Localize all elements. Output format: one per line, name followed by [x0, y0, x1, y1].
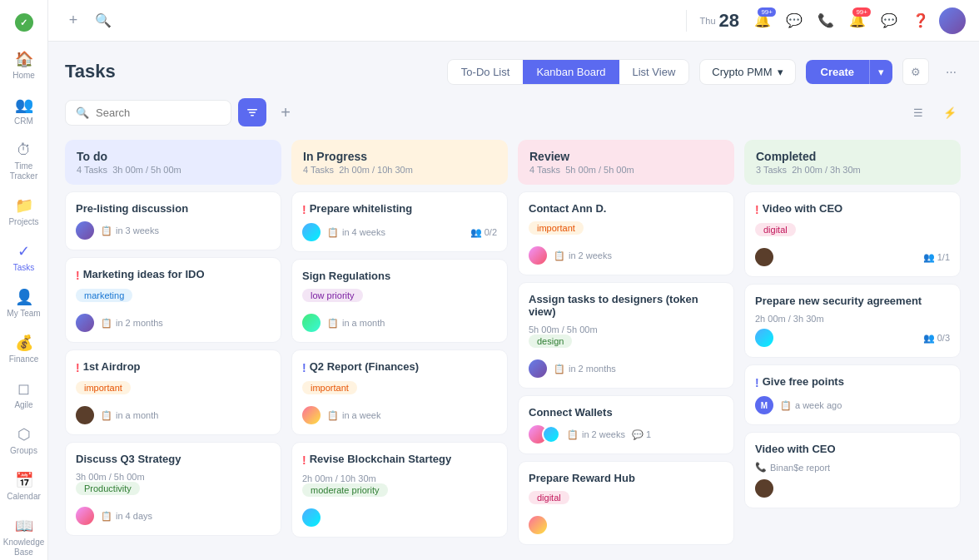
search-icon: 🔍: [76, 107, 89, 119]
card-marketing-ideas[interactable]: ! Marketing ideas for IDO marketing 📋 in…: [65, 257, 281, 343]
card-footer: 📋 in 3 weeks: [76, 221, 271, 240]
sidebar-item-agile[interactable]: ◻ Agile: [3, 373, 45, 417]
alerts-button[interactable]: 🔔 99+: [844, 7, 871, 34]
sidebar-item-label: My Team: [7, 309, 40, 319]
card-title: ! Prepare whitelisting: [302, 202, 497, 216]
column-review: Review 4 Tasks 5h 00m / 5h 00m Contact A…: [518, 140, 734, 550]
phone-button[interactable]: 📞: [813, 7, 839, 34]
tab-kanban-board[interactable]: Kanban Board: [523, 60, 619, 84]
calendar-icon: 📋: [327, 410, 339, 421]
project-selector[interactable]: Crypto PMM ▾: [699, 59, 795, 85]
card-whitelisting[interactable]: ! Prepare whitelisting 📋 in 4 weeks 👥: [291, 191, 508, 252]
sidebar-item-tasks[interactable]: ✓ Tasks: [3, 235, 45, 280]
sidebar-item-label: Time Tracker: [7, 161, 42, 181]
calendar-icon: 📋: [101, 410, 112, 421]
sidebar-item-groups[interactable]: ⬡ Groups: [3, 419, 45, 463]
calendar-icon: 📋: [101, 511, 112, 522]
tag: Productivity: [76, 482, 140, 495]
avatar: [529, 246, 547, 265]
card-footer: 📋 in 4 days: [76, 507, 271, 525]
topbar-left: + 🔍: [62, 9, 115, 32]
card-title: ! Give free points: [755, 375, 950, 389]
alerts-badge: 99+: [852, 7, 871, 17]
filter-button[interactable]: [238, 98, 266, 126]
card-title: Video with CEO: [755, 443, 950, 455]
chat-button[interactable]: 💬: [876, 7, 902, 34]
col-header-review: Review 4 Tasks 5h 00m / 5h 00m: [518, 140, 734, 185]
page-title: Tasks: [65, 61, 116, 82]
sidebar-item-crm[interactable]: 👥 CRM: [3, 89, 45, 133]
card-pre-listing[interactable]: Pre-listing discussion 📋 in 3 weeks: [65, 191, 281, 250]
topbar-add-button[interactable]: +: [62, 9, 85, 32]
kanban-board: To do 4 Tasks 3h 00m / 5h 00m Pre-listin…: [65, 140, 962, 560]
card-contact-ann[interactable]: Contact Ann D. important 📋 in 2 weeks: [518, 191, 734, 275]
card-footer-2: [755, 479, 950, 498]
sidebar-item-home[interactable]: 🏠 Home: [3, 43, 45, 87]
card-video-ceo-2[interactable]: Video with CEO 📞 Binan$e report: [744, 432, 961, 508]
col-header-inprogress: In Progress 4 Tasks 2h 00m / 10h 30m: [291, 140, 508, 185]
user-avatar-img: [939, 7, 966, 34]
card-blockchain-strategy[interactable]: ! Revise Blockchain Startegy 2h 00m / 10…: [291, 442, 508, 538]
groups-icon: ⬡: [17, 425, 31, 444]
topbar-search-button[interactable]: 🔍: [92, 9, 115, 32]
card-q3-strategy[interactable]: Discuss Q3 Strategy 3h 00m / 5h 00m Prod…: [65, 442, 281, 536]
card-assign-designers[interactable]: Assign tasks to designers (token view) 5…: [518, 282, 734, 389]
search-input[interactable]: [96, 107, 221, 119]
card-reward-hub[interactable]: Prepare Reward Hub digital: [518, 461, 734, 545]
card-title: Assign tasks to designers (token view): [529, 293, 723, 318]
card-airdrop[interactable]: ! 1st Airdrop important 📋 in a month: [65, 349, 281, 435]
sidebar-item-projects[interactable]: 📁 Projects: [3, 190, 45, 234]
create-dropdown-button[interactable]: ▾: [869, 60, 892, 84]
sidebar-item-label: Calendar: [7, 492, 41, 502]
date-num: 28: [719, 10, 739, 32]
calendar-icon: 📋: [567, 429, 579, 440]
priority-icon: !: [302, 203, 306, 216]
user-avatar-button[interactable]: [939, 7, 966, 34]
more-options-button[interactable]: ⋯: [939, 60, 962, 83]
app-logo[interactable]: ✓: [15, 7, 33, 42]
card-date: 📋 in 3 weeks: [101, 225, 159, 236]
card-date: 📋 in 2 weeks: [554, 250, 612, 261]
tag: design: [529, 335, 572, 348]
card-title: Sign Regulations: [302, 270, 497, 282]
notifications-button[interactable]: 🔔 99+: [749, 7, 776, 34]
sidebar-item-finance[interactable]: 💰 Finance: [3, 327, 45, 371]
avatar: M: [755, 396, 773, 414]
calendar-icon: 📋: [327, 227, 339, 238]
sort-button[interactable]: ☰: [906, 100, 931, 125]
calendar-icon: 📋: [780, 400, 792, 411]
sidebar-item-time-tracker[interactable]: ⏱ Time Tracker: [3, 135, 45, 188]
card-give-free-points[interactable]: ! Give free points M 📋 a week ago: [744, 364, 961, 425]
home-icon: 🏠: [15, 50, 33, 68]
avatar: [302, 406, 321, 424]
column-completed: Completed 3 Tasks 2h 00m / 3h 30m ! Vide…: [744, 140, 961, 550]
subtask-icon: 👥: [923, 252, 935, 263]
logo-icon: ✓: [15, 13, 33, 32]
filter-options-button[interactable]: ⚡: [937, 100, 962, 125]
create-button[interactable]: Create: [806, 60, 869, 84]
card-footer: 📋 in 2 weeks 💬 1: [529, 425, 723, 444]
board-settings-button[interactable]: ⚙: [902, 58, 929, 85]
card-title: Contact Ann D.: [529, 202, 723, 215]
card-title: Prepare new security agreement: [755, 295, 950, 307]
messages-button[interactable]: 💬: [781, 7, 808, 34]
card-security-agreement[interactable]: Prepare new security agreement 2h 00m / …: [744, 284, 961, 358]
priority-icon: !: [302, 361, 306, 374]
sidebar-item-my-team[interactable]: 👤 My Team: [3, 281, 45, 325]
card-connect-wallets[interactable]: Connect Wallets 📋 in 2 weeks: [518, 395, 734, 454]
card-footer: 👥 1/1: [755, 248, 950, 266]
add-column-button[interactable]: +: [273, 100, 298, 125]
tab-list-view[interactable]: List View: [619, 60, 689, 84]
help-button[interactable]: ❓: [907, 7, 934, 34]
search-box[interactable]: 🔍: [65, 100, 231, 126]
avatar: [76, 221, 94, 240]
card-q2-report[interactable]: ! Q2 Report (Finances) important 📋 in a …: [291, 349, 508, 435]
sidebar-item-knowledge-base[interactable]: 📖 Knowledge Base: [3, 510, 45, 560]
card-sign-regulations[interactable]: Sign Regulations low priority 📋 in a mon…: [291, 259, 508, 343]
page-header: Tasks To-Do List Kanban Board List View …: [65, 58, 962, 85]
card-time: 2h 00m / 10h 30m: [302, 473, 497, 483]
card-video-ceo[interactable]: ! Video with CEO digital 👥 1/1: [744, 191, 961, 277]
tab-todo-list[interactable]: To-Do List: [448, 60, 524, 84]
sidebar-item-label: Groups: [10, 446, 37, 456]
sidebar-item-calendar[interactable]: 📅 Calendar: [3, 464, 45, 508]
